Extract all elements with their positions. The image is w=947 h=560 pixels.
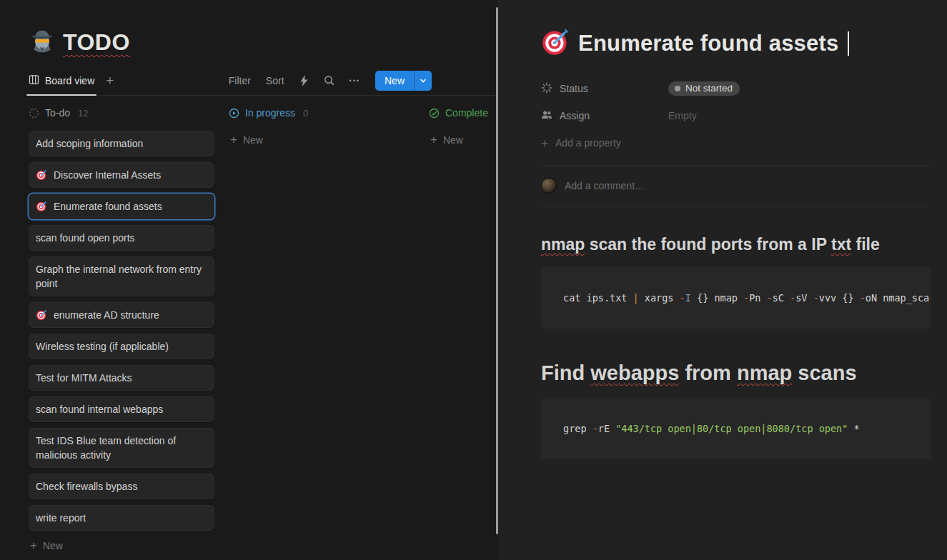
- column-name: In progress: [245, 107, 295, 119]
- search-icon[interactable]: [324, 75, 334, 86]
- plus-icon: +: [430, 134, 437, 146]
- target-emoji-icon[interactable]: [541, 28, 570, 59]
- filter-button[interactable]: Filter: [229, 75, 251, 86]
- notion-app: TODO Board view + Filter Sort: [0, 0, 947, 560]
- view-tab-bar: Board view + Filter Sort •••: [29, 66, 498, 96]
- content-sections: nmap scan the found ports from a IP txt …: [541, 235, 931, 459]
- property-row-assign: Assign Empty: [541, 102, 931, 129]
- automation-bolt-icon[interactable]: [299, 75, 309, 86]
- card-title: enumerate AD structure: [54, 308, 159, 322]
- card[interactable]: write report: [29, 505, 214, 531]
- card[interactable]: Test for MITM Attacks: [29, 365, 214, 391]
- card[interactable]: Add scoping information: [29, 131, 214, 156]
- status-dot: [675, 86, 680, 91]
- card[interactable]: scan found internal webapps: [29, 396, 214, 422]
- page-title[interactable]: TODO: [63, 29, 130, 56]
- card[interactable]: Enumerate found assets: [29, 194, 214, 219]
- card-list: Add scoping informationDiscover Internal…: [29, 131, 214, 531]
- new-button[interactable]: New: [375, 71, 432, 91]
- new-card-button[interactable]: +New: [229, 131, 415, 149]
- comment-section: Add a comment…: [541, 165, 931, 206]
- assign-property-label[interactable]: Assign: [541, 109, 668, 123]
- column-header[interactable]: To-do12: [29, 106, 214, 120]
- target-icon: [36, 169, 47, 181]
- property-list: Status Not started: [541, 75, 931, 156]
- card-title: Wireless testing (if applicable): [36, 339, 169, 354]
- plus-icon: +: [30, 539, 37, 551]
- board-view-icon: [29, 74, 39, 87]
- tab-label: Board view: [45, 75, 94, 86]
- misspelled-word: webapps: [590, 361, 679, 384]
- column-count: 0: [303, 108, 308, 119]
- new-card-button[interactable]: +New: [429, 131, 498, 149]
- property-row-status: Status Not started: [541, 75, 931, 102]
- detective-emoji-icon: [29, 27, 56, 57]
- card[interactable]: enumerate AD structure: [29, 302, 214, 328]
- add-property-label: Add a property: [555, 137, 621, 149]
- page-detail-title[interactable]: Enumerate found assets: [578, 31, 838, 56]
- card[interactable]: Discover Internal Assets: [29, 162, 214, 188]
- people-icon: [541, 109, 552, 123]
- add-property-button[interactable]: + Add a property: [541, 129, 931, 156]
- status-value-text: Not started: [685, 83, 733, 94]
- board-column-todo: To-do12Add scoping informationDiscover I…: [29, 106, 214, 554]
- card-title: Graph the internal network from entry po…: [36, 262, 207, 291]
- heading-text: Find: [541, 361, 590, 384]
- tab-board-view[interactable]: Board view: [29, 66, 94, 95]
- board-column-complete: Complete0+New: [429, 106, 498, 554]
- target-icon: [36, 309, 47, 321]
- card[interactable]: scan found open ports: [29, 225, 214, 251]
- pane-resize-handle[interactable]: [496, 7, 498, 534]
- section-heading[interactable]: nmap scan the found ports from a IP txt …: [541, 235, 931, 254]
- sort-button[interactable]: Sort: [266, 75, 284, 86]
- board-toolbar: Filter Sort ••• New: [229, 71, 432, 91]
- new-card-button[interactable]: +New: [29, 536, 214, 554]
- board-columns: To-do12Add scoping informationDiscover I…: [29, 106, 498, 554]
- column-header[interactable]: In progress0: [229, 106, 415, 120]
- user-avatar[interactable]: [541, 178, 557, 194]
- card-title: Test for MITM Attacks: [36, 371, 132, 385]
- column-header[interactable]: Complete0: [429, 106, 498, 120]
- code-block[interactable]: grep -rE "443/tcp open|80/tcp open|8080/…: [541, 398, 931, 459]
- heading-text: scans: [792, 361, 856, 384]
- heading-text: from: [679, 361, 737, 384]
- column-name: To-do: [45, 107, 70, 119]
- board-column-inprogress: In progress0+New: [229, 106, 415, 554]
- status-badge[interactable]: Not started: [668, 81, 740, 96]
- plus-icon: +: [541, 137, 548, 149]
- status-property-label[interactable]: Status: [541, 82, 668, 96]
- card-title: Check firewalls bypass: [36, 479, 137, 494]
- code-line: grep -rE "443/tcp open|80/tcp open|8080/…: [563, 423, 919, 434]
- card[interactable]: Graph the internal network from entry po…: [29, 256, 214, 296]
- card[interactable]: Wireless testing (if applicable): [29, 334, 214, 359]
- new-card-label: New: [243, 134, 263, 146]
- more-options-ellipsis-icon[interactable]: •••: [349, 77, 360, 84]
- page-title-row: TODO: [29, 26, 498, 59]
- card[interactable]: Check firewalls bypass: [29, 474, 214, 499]
- status-burst-icon: [541, 82, 552, 96]
- new-dropdown-chevron-down-icon[interactable]: [414, 71, 432, 91]
- in-progress-icon: [229, 108, 239, 119]
- todo-circle-icon: [29, 108, 39, 119]
- assign-empty-value[interactable]: Empty: [668, 110, 697, 121]
- heading-text: scan the found ports from a IP: [585, 235, 831, 254]
- add-view-button[interactable]: +: [106, 74, 114, 87]
- comment-row: Add a comment…: [541, 178, 931, 194]
- new-card-label: New: [43, 540, 63, 551]
- plus-icon: +: [230, 134, 237, 146]
- comment-input[interactable]: Add a comment…: [565, 180, 645, 191]
- card-title: Test IDS Blue team detection of maliciou…: [36, 434, 207, 462]
- card-title: Discover Internal Assets: [54, 168, 161, 182]
- misspelled-word: txt: [831, 235, 851, 254]
- code-line: cat ips.txt | xargs -I {} nmap -Pn -sC -…: [563, 292, 919, 304]
- board-pane: TODO Board view + Filter Sort: [0, 0, 498, 560]
- new-button-label[interactable]: New: [375, 71, 414, 91]
- code-block[interactable]: cat ips.txt | xargs -I {} nmap -Pn -sC -…: [541, 267, 931, 329]
- card-title: Add scoping information: [36, 136, 143, 151]
- card-title: scan found open ports: [36, 231, 135, 245]
- complete-check-icon: [429, 108, 440, 119]
- section-heading[interactable]: Find webapps from nmap scans: [541, 361, 931, 385]
- misspelled-word: nmap: [541, 235, 585, 254]
- target-icon: [36, 201, 47, 212]
- card[interactable]: Test IDS Blue team detection of maliciou…: [29, 428, 214, 468]
